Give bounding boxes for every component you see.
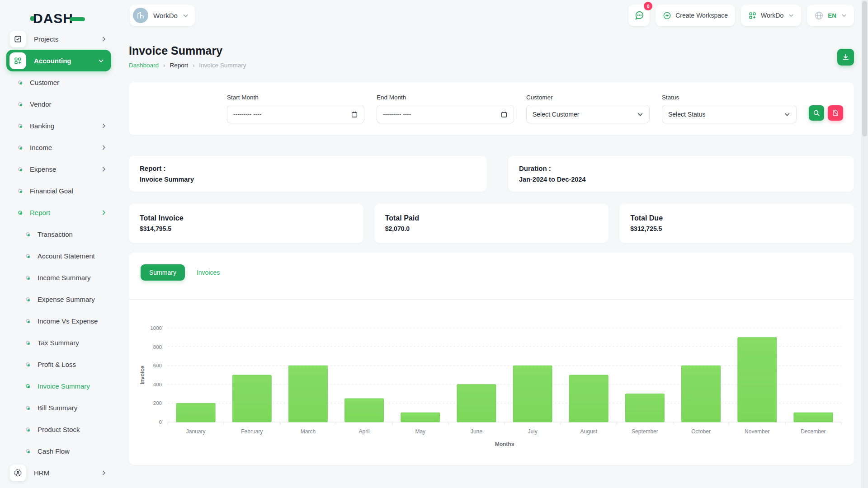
sidebar-item-banking[interactable]: Banking — [0, 115, 118, 136]
sidebar-item-income-summary[interactable]: Income Summary — [0, 267, 118, 288]
end-month-input[interactable]: --------- ---- — [377, 105, 514, 123]
sidebar-item-label: Invoice Summary — [38, 382, 107, 390]
tab-summary[interactable]: Summary — [141, 264, 185, 281]
y-tick-label: 0 — [159, 419, 162, 425]
sidebar-item-report[interactable]: Report — [0, 202, 118, 223]
calendar-icon — [351, 111, 358, 118]
messages-badge: 0 — [644, 2, 652, 10]
chat-bubble-icon — [634, 10, 644, 20]
bar-june — [457, 385, 496, 422]
sidebar-item-expense-summary[interactable]: Expense Summary — [0, 288, 118, 310]
chevron-down-icon — [788, 13, 794, 18]
sidebar-item-vendor[interactable]: Vendor — [0, 93, 118, 115]
bar-march — [288, 366, 327, 422]
checkbox-icon — [14, 35, 22, 43]
status-select-value: Select Status — [668, 111, 706, 118]
sidebar-item-label: Tax Summary — [38, 339, 107, 347]
search-icon — [813, 109, 820, 117]
download-icon — [842, 53, 849, 61]
sidebar-item-label: Financial Goal — [30, 187, 107, 195]
sidebar-item-customer[interactable]: Customer — [0, 71, 118, 93]
logo-dash — [70, 17, 85, 21]
y-axis-title: Invoice — [139, 366, 146, 385]
scrollbar-thumb[interactable] — [862, 1, 867, 136]
bar-may — [401, 413, 440, 422]
page-heading: Invoice Summary Dashboard › Report › Inv… — [129, 44, 854, 69]
chevron-right-icon — [101, 145, 107, 150]
customer-select[interactable]: Select Customer — [526, 105, 650, 123]
x-tick-label: August — [580, 428, 598, 435]
duration-card: Duration : Jan-2024 to Dec-2024 — [508, 156, 854, 192]
sidebar-item-income-vs-expense[interactable]: Income Vs Expense — [0, 310, 118, 332]
x-tick-label: March — [301, 428, 316, 435]
bullet-icon — [26, 449, 30, 453]
chevron-right-icon — [101, 166, 107, 172]
total-invoice-value: $314,795.5 — [140, 225, 353, 232]
download-button[interactable] — [837, 49, 854, 66]
app-logo[interactable]: DASH — [30, 11, 85, 26]
tab-invoices[interactable]: Invoices — [197, 269, 220, 276]
sidebar-item-transaction[interactable]: Transaction — [0, 223, 118, 245]
bullet-icon — [26, 254, 30, 258]
bullet-icon — [26, 427, 30, 432]
page-title: Invoice Summary — [129, 44, 854, 57]
language-code: EN — [828, 12, 836, 19]
sidebar-item-tax-summary[interactable]: Tax Summary — [0, 332, 118, 353]
sidebar-item-label: Income Summary — [38, 274, 107, 282]
x-tick-label: September — [632, 428, 658, 435]
grid-plus-icon — [14, 56, 22, 65]
status-select[interactable]: Select Status — [662, 105, 797, 123]
x-tick-label: April — [359, 428, 370, 435]
sidebar-item-product-stock[interactable]: Product Stock — [0, 418, 118, 440]
page-scrollbar[interactable] — [861, 0, 868, 488]
filter-buttons — [809, 94, 843, 123]
totals-row: Total Invoice $314,795.5 Total Paid $2,0… — [129, 204, 854, 243]
language-selector[interactable]: EN — [807, 5, 854, 26]
sidebar-item-hrm[interactable]: HRM — [0, 462, 118, 483]
bar-december — [794, 413, 833, 422]
breadcrumb-separator: › — [163, 62, 165, 69]
grid-plus-icon — [748, 11, 757, 20]
x-tick-label: February — [241, 428, 263, 435]
sidebar-item-account-statement[interactable]: Account Statement — [0, 245, 118, 267]
sidebar-item-cash-flow[interactable]: Cash Flow — [0, 440, 118, 462]
chevron-right-icon — [101, 123, 107, 129]
chevron-down-icon — [784, 111, 790, 117]
total-due-value: $312,725.5 — [630, 225, 843, 232]
start-month-input[interactable]: --------- ---- — [227, 105, 364, 123]
sidebar-item-label: Product Stock — [38, 426, 107, 433]
sidebar-item-profit-loss[interactable]: Profit & Loss — [0, 353, 118, 375]
workspace-selector[interactable]: WorkDo — [130, 5, 195, 26]
bullet-icon — [18, 102, 22, 106]
y-tick-label: 600 — [153, 363, 162, 368]
sidebar-item-expense[interactable]: Expense — [0, 158, 118, 180]
bar-february — [232, 375, 271, 422]
sidebar-item-financial-goal[interactable]: Financial Goal — [0, 180, 118, 202]
bar-august — [569, 375, 608, 422]
chart-tabs: Summary Invoices — [129, 253, 854, 281]
x-tick-label: November — [745, 428, 769, 435]
total-invoice-label: Total Invoice — [140, 214, 353, 222]
search-button[interactable] — [809, 105, 824, 121]
chevron-down-icon — [183, 13, 189, 19]
sidebar-item-income[interactable]: Income — [0, 136, 118, 158]
top-header: DASH WorkDo 0 Create Workspace WorkDo — [0, 0, 868, 34]
sidebar-item-accounting[interactable]: Accounting — [6, 50, 111, 71]
sidebar-item-bill-summary[interactable]: Bill Summary — [0, 397, 118, 418]
sidebar-item-label: Income — [30, 144, 101, 151]
reset-filter-button[interactable] — [828, 105, 843, 121]
workspace-switcher-button[interactable]: WorkDo — [741, 5, 801, 26]
bullet-icon — [26, 341, 30, 345]
bullet-icon — [18, 211, 22, 215]
sidebar-item-invoice-summary[interactable]: Invoice Summary — [0, 375, 118, 397]
chevron-down-icon — [841, 13, 847, 18]
bar-july — [513, 366, 552, 422]
bullet-icon — [18, 124, 22, 128]
total-paid-value: $2,070.0 — [385, 225, 598, 232]
create-workspace-button[interactable]: Create Workspace — [656, 5, 735, 26]
building-icon — [137, 11, 145, 19]
breadcrumb-report[interactable]: Report — [170, 62, 188, 69]
breadcrumb-dashboard[interactable]: Dashboard — [129, 62, 159, 69]
total-paid-label: Total Paid — [385, 214, 598, 222]
messages-button[interactable]: 0 — [628, 5, 650, 26]
